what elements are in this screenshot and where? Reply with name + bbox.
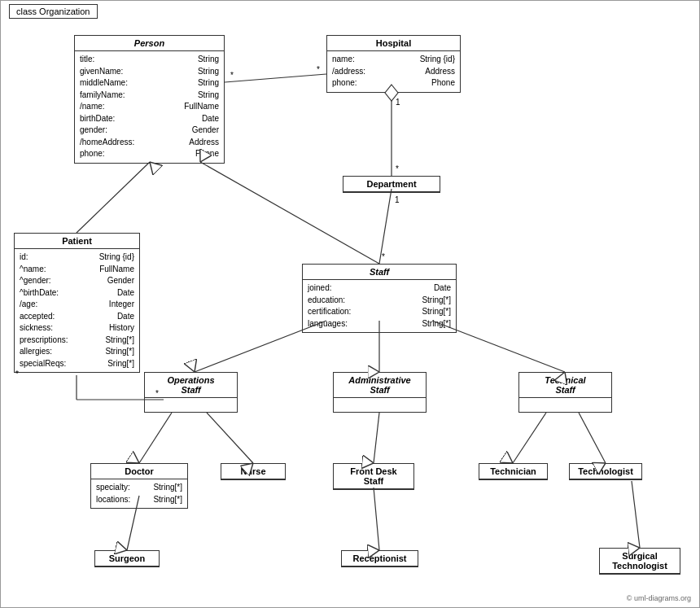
- person-title: Person: [75, 36, 224, 51]
- front-desk-staff-class: Front DeskStaff: [333, 463, 414, 490]
- hospital-class: Hospital name:String {id} /address:Addre…: [326, 35, 461, 93]
- doctor-attrs: specialty:String[*] locations:String[*]: [91, 479, 187, 508]
- svg-text:1: 1: [395, 195, 400, 204]
- svg-text:*: *: [230, 71, 234, 80]
- svg-line-25: [374, 413, 379, 463]
- surgeon-class: Surgeon: [94, 550, 160, 567]
- svg-text:*: *: [396, 164, 399, 173]
- technologist-class: Technologist: [569, 463, 642, 480]
- administrative-staff-title: AdministrativeStaff: [334, 373, 426, 398]
- receptionist-class: Receptionist: [341, 550, 418, 567]
- patient-title: Patient: [15, 234, 139, 249]
- svg-line-14: [77, 162, 150, 233]
- svg-line-27: [579, 413, 606, 463]
- diagram-container: class Organization Person title:String g…: [0, 0, 700, 608]
- technologist-title: Technologist: [570, 464, 641, 479]
- patient-class: Patient id:String {id} ^name:FullName ^g…: [14, 233, 140, 373]
- surgical-technologist-class: SurgicalTechnologist: [599, 548, 680, 575]
- surgeon-title: Surgeon: [95, 551, 159, 566]
- technician-class: Technician: [479, 463, 548, 480]
- technician-title: Technician: [479, 464, 547, 479]
- diagram-title: class Organization: [9, 4, 98, 19]
- department-class: Department: [343, 176, 440, 193]
- svg-line-23: [139, 413, 172, 463]
- svg-text:1: 1: [396, 98, 400, 107]
- staff-title: Staff: [303, 265, 456, 280]
- technical-staff-title: TechnicalStaff: [519, 373, 611, 398]
- receptionist-title: Receptionist: [342, 551, 418, 566]
- svg-line-30: [632, 481, 640, 548]
- nurse-class: Nurse: [221, 463, 286, 480]
- surgical-technologist-title: SurgicalTechnologist: [600, 549, 680, 574]
- doctor-class: Doctor specialty:String[*] locations:Str…: [90, 463, 188, 509]
- person-attrs: title:String givenName:String middleName…: [75, 51, 224, 163]
- administrative-staff-class: AdministrativeStaff: [333, 372, 427, 413]
- hospital-attrs: name:String {id} /address:Address phone:…: [327, 51, 460, 92]
- staff-attrs: joined:Date education:String[*] certific…: [303, 280, 456, 332]
- svg-line-24: [207, 413, 253, 463]
- svg-text:*: *: [382, 252, 385, 261]
- svg-line-29: [374, 488, 379, 550]
- operations-staff-class: OperationsStaff: [144, 372, 238, 413]
- nurse-title: Nurse: [221, 464, 285, 479]
- operations-staff-title: OperationsStaff: [145, 373, 237, 398]
- department-title: Department: [343, 177, 440, 192]
- front-desk-staff-title: Front DeskStaff: [334, 464, 413, 489]
- copyright: © uml-diagrams.org: [627, 594, 691, 602]
- technical-staff-class: TechnicalStaff: [518, 372, 612, 413]
- hospital-title: Hospital: [327, 36, 460, 51]
- svg-line-4: [225, 74, 326, 82]
- staff-class: Staff joined:Date education:String[*] ce…: [302, 264, 457, 333]
- svg-text:*: *: [317, 65, 320, 74]
- svg-line-26: [513, 413, 546, 463]
- svg-line-11: [379, 189, 392, 264]
- patient-attrs: id:String {id} ^name:FullName ^gender:Ge…: [15, 249, 139, 372]
- person-class: Person title:String givenName:String mid…: [74, 35, 225, 164]
- doctor-title: Doctor: [91, 464, 187, 479]
